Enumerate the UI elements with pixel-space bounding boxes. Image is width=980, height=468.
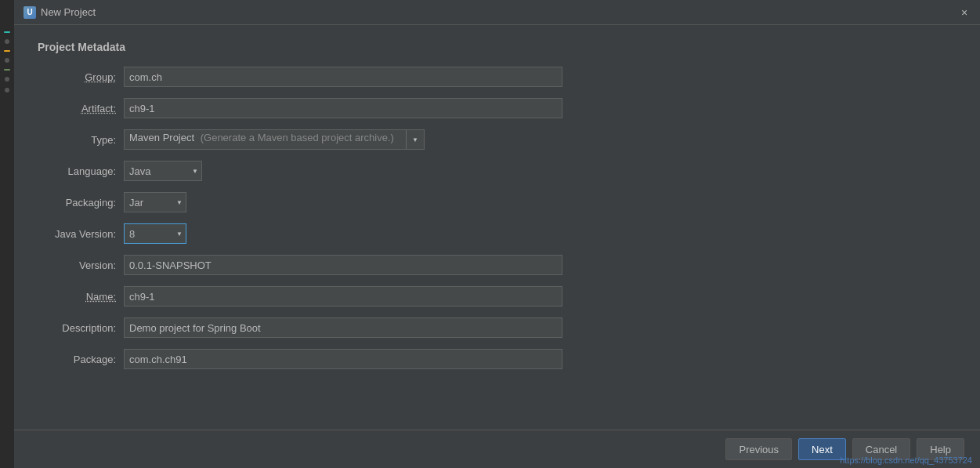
- left-sidebar: [0, 0, 14, 468]
- version-row: Version:: [38, 254, 956, 276]
- sidebar-indicator: [5, 58, 9, 63]
- type-label: Type:: [38, 134, 124, 146]
- description-label: Description:: [38, 322, 124, 334]
- type-value: Maven Project (Generate a Maven based pr…: [124, 129, 406, 150]
- section-title: Project Metadata: [38, 41, 956, 53]
- title-bar-left: U New Project: [24, 6, 96, 19]
- artifact-row: Artifact:: [38, 97, 956, 119]
- java-version-row: Java Version: 8 11 17: [38, 223, 956, 245]
- language-label: Language:: [38, 165, 124, 177]
- title-bar: U New Project ×: [14, 0, 980, 25]
- type-row: Type: Maven Project (Generate a Maven ba…: [38, 129, 956, 151]
- artifact-label: Artifact:: [38, 103, 124, 114]
- next-button[interactable]: Next: [798, 438, 846, 460]
- packaging-label: Packaging:: [38, 197, 124, 209]
- language-row: Language: Java Kotlin Groovy: [38, 160, 956, 182]
- description-input[interactable]: [124, 317, 562, 338]
- name-input[interactable]: [124, 286, 562, 307]
- package-row: Package:: [38, 348, 956, 370]
- new-project-dialog: U New Project × Project Metadata Group: …: [14, 0, 980, 468]
- java-version-label: Java Version:: [38, 228, 124, 240]
- language-select[interactable]: Java Kotlin Groovy: [124, 161, 202, 181]
- group-label: Group:: [38, 71, 124, 83]
- packaging-row: Packaging: Jar War: [38, 191, 956, 213]
- watermark-link[interactable]: https://blog.csdn.net/qq_43753724: [840, 455, 972, 465]
- chevron-down-icon: ▼: [412, 136, 418, 143]
- version-label: Version:: [38, 259, 124, 271]
- watermark: https://blog.csdn.net/qq_43753724: [840, 455, 972, 465]
- app-icon: U: [24, 6, 36, 19]
- close-button[interactable]: ×: [958, 6, 971, 19]
- packaging-select[interactable]: Jar War: [124, 192, 186, 212]
- sidebar-indicator: [5, 39, 9, 44]
- dialog-content: Project Metadata Group: Artifact: Type: …: [14, 25, 980, 430]
- sidebar-indicator: [4, 31, 10, 33]
- java-version-select[interactable]: 8 11 17: [124, 223, 186, 244]
- java-version-select-wrapper: 8 11 17: [124, 223, 186, 244]
- sidebar-indicator: [4, 69, 10, 71]
- previous-button[interactable]: Previous: [725, 438, 792, 460]
- language-select-wrapper: Java Kotlin Groovy: [124, 161, 202, 181]
- dialog-title: New Project: [41, 6, 96, 18]
- description-row: Description:: [38, 317, 956, 339]
- artifact-input[interactable]: [124, 98, 562, 118]
- sidebar-indicator: [5, 77, 9, 82]
- package-input[interactable]: [124, 349, 562, 369]
- dialog-overlay: U New Project × Project Metadata Group: …: [0, 0, 980, 468]
- group-input[interactable]: [124, 67, 562, 87]
- sidebar-indicator: [5, 88, 9, 93]
- packaging-select-wrapper: Jar War: [124, 192, 186, 212]
- dialog-footer: Previous Next Cancel Help: [14, 430, 980, 468]
- version-input[interactable]: [124, 255, 562, 275]
- type-dropdown-arrow[interactable]: ▼: [406, 129, 425, 150]
- name-row: Name:: [38, 285, 956, 307]
- group-row: Group:: [38, 66, 956, 88]
- sidebar-indicator: [4, 50, 10, 52]
- name-label: Name:: [38, 291, 124, 303]
- type-hint: (Generate a Maven based project archive.…: [201, 132, 394, 143]
- type-select-container: Maven Project (Generate a Maven based pr…: [124, 129, 425, 150]
- package-label: Package:: [38, 354, 124, 365]
